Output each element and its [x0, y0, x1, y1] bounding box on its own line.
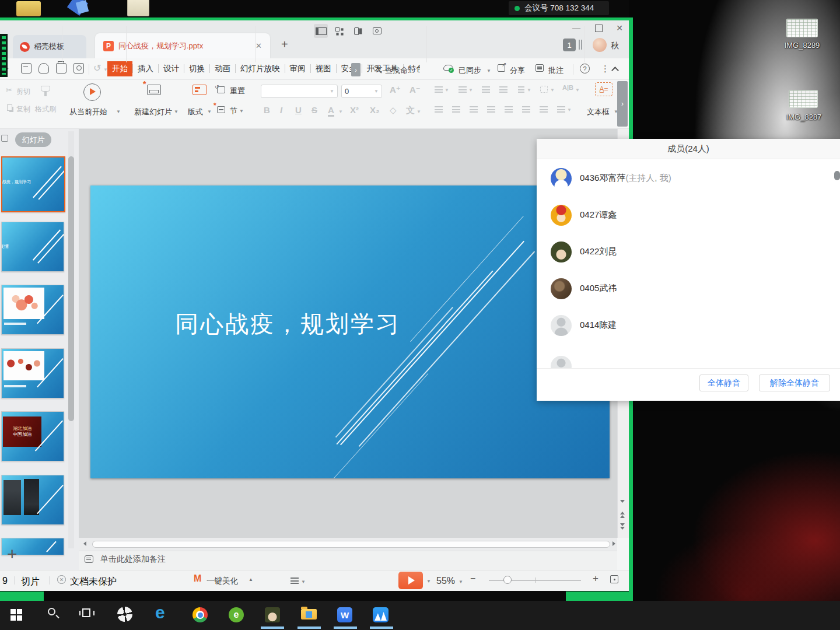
undo-icon[interactable]: ↺	[93, 62, 101, 74]
desktop-file-img8289-label[interactable]: IMG_8289	[779, 41, 825, 50]
slide-sorter-view-button[interactable]	[332, 24, 346, 38]
horizontal-scrollbar-thumb[interactable]	[92, 541, 610, 548]
mute-all-button[interactable]: 全体静音	[699, 374, 748, 391]
slide-thumbnail-4[interactable]	[1, 348, 64, 398]
document-protection-label[interactable]: 文档未保护	[70, 576, 117, 588]
subscript-icon[interactable]: X₂	[370, 105, 380, 115]
outline-view-icon[interactable]	[1, 135, 8, 142]
new-slide-dropdown-icon[interactable]: ▼	[174, 109, 178, 114]
underline-icon[interactable]: U	[295, 105, 302, 115]
section-icon[interactable]: *	[217, 106, 225, 113]
align-right-icon[interactable]	[470, 106, 478, 113]
taskbar-search-icon[interactable]	[48, 608, 55, 615]
slide-layout-icon[interactable]	[192, 85, 206, 95]
strikethrough-icon[interactable]: S	[312, 105, 317, 115]
member-row[interactable]: 0436邓富萍(主持人, 我)	[537, 160, 840, 197]
slideshow-view-button[interactable]	[370, 24, 384, 38]
section-dropdown-icon[interactable]: ▼	[239, 108, 244, 114]
play-dropdown-icon[interactable]: ▼	[116, 109, 121, 114]
status-notes-dropdown-icon[interactable]: ▼	[301, 579, 306, 584]
textbox-label[interactable]: 文本框	[587, 107, 610, 117]
decrease-indent-icon[interactable]	[482, 86, 490, 93]
find-icon[interactable]	[373, 65, 379, 71]
save-icon[interactable]	[21, 63, 32, 74]
new-slide-label[interactable]: 新建幻灯片	[134, 107, 172, 117]
zoom-in-button[interactable]: +	[593, 573, 598, 584]
play-slideshow-button[interactable]	[398, 572, 423, 589]
browser-360-icon[interactable]: e	[229, 607, 244, 622]
slides-tab-pill[interactable]: 幻灯片	[15, 132, 51, 147]
reset-slide-icon[interactable]: ↺	[217, 86, 225, 93]
member-row[interactable]: 0422刘昆	[537, 234, 840, 271]
window-maximize-button[interactable]	[589, 21, 608, 35]
bullet-list-icon[interactable]	[435, 86, 443, 93]
edge-browser-icon[interactable]: e	[155, 603, 165, 622]
print-preview-icon[interactable]	[74, 63, 84, 74]
line-spacing-icon[interactable]	[557, 106, 565, 113]
align-text-dropdown-icon[interactable]: ▼	[550, 88, 555, 93]
superscript-icon[interactable]: X²	[350, 105, 359, 115]
new-tab-button[interactable]: +	[281, 38, 288, 51]
phonetic-guide-icon[interactable]: 文	[406, 105, 415, 116]
increase-indent-icon[interactable]	[499, 86, 508, 93]
menu-tab-animation[interactable]: 动画	[210, 61, 235, 76]
help-icon[interactable]: ?	[580, 64, 590, 74]
font-size-select[interactable]: 0▼	[341, 85, 382, 98]
distribute-text-icon[interactable]	[505, 106, 513, 113]
start-button-icon[interactable]	[10, 609, 16, 614]
member-mic-icon[interactable]	[834, 171, 840, 180]
new-slide-icon[interactable]: *	[147, 85, 161, 95]
slide-thumbnail-6[interactable]	[1, 475, 64, 525]
justify-icon[interactable]	[487, 106, 495, 113]
desktop-file-img8287-icon[interactable]	[789, 90, 818, 108]
textbox-icon[interactable]: A̲=	[595, 82, 612, 96]
print-icon[interactable]	[56, 63, 66, 74]
desktop-file-img8289-icon[interactable]	[786, 19, 818, 37]
member-row[interactable]: 0405武祎	[537, 271, 840, 307]
desktop-doc-icon[interactable]	[127, 0, 149, 16]
slide-layout-label[interactable]: 版式	[188, 107, 203, 117]
numbered-dropdown-icon[interactable]: ▼	[468, 88, 473, 93]
window-minimize-button[interactable]: —	[567, 21, 586, 35]
bold-icon[interactable]: B	[264, 105, 270, 115]
font-color-icon[interactable]: A	[328, 105, 334, 117]
find-command-label[interactable]: 查找命...	[385, 65, 414, 76]
section-label[interactable]: 节	[230, 106, 237, 116]
tab-close-icon[interactable]: ✕	[256, 41, 262, 50]
play-slideshow-dropdown-icon[interactable]: ▼	[426, 579, 431, 584]
user-name[interactable]: 秋	[611, 41, 619, 51]
share-icon[interactable]: ↗	[498, 64, 505, 72]
menu-tab-slideshow[interactable]: 幻灯片放映	[236, 61, 285, 76]
tab-docer-templates[interactable]: 稻壳模板	[13, 35, 86, 58]
format-painter-icon[interactable]	[41, 86, 50, 92]
next-slide-button[interactable]	[620, 523, 625, 530]
format-painter-label[interactable]: 格式刷	[35, 104, 56, 114]
line-spacing-dropdown-icon[interactable]: ▼	[567, 107, 572, 113]
fit-to-window-button[interactable]	[610, 575, 618, 583]
menu-tab-review[interactable]: 审阅	[285, 61, 310, 76]
member-row[interactable]: 0414陈建	[537, 307, 840, 344]
copy-icon[interactable]	[7, 104, 12, 111]
font-color-dropdown-icon[interactable]: ▼	[338, 109, 343, 114]
menu-overflow-chevron[interactable]: ›	[351, 63, 360, 76]
menu-tab-home[interactable]: 开始	[107, 61, 132, 76]
copy-label[interactable]: 复制	[16, 104, 30, 114]
slide-thumbnail-1[interactable]: 同心战疫，规划学习	[1, 156, 65, 212]
align-text-icon[interactable]	[540, 86, 548, 93]
qq-app-icon[interactable]	[265, 607, 280, 622]
play-from-current-label[interactable]: 从当前开始	[69, 107, 107, 117]
zoom-out-button[interactable]: −	[470, 573, 475, 584]
share-label[interactable]: 分享	[510, 65, 525, 76]
text-direction-icon[interactable]	[518, 86, 524, 93]
export-icon[interactable]	[38, 63, 49, 74]
font-name-select[interactable]: ▼	[261, 85, 338, 98]
unmute-all-button[interactable]: 解除全体静音	[759, 374, 830, 391]
netdisk-app-icon[interactable]	[117, 607, 132, 622]
scroll-left-icon[interactable]	[83, 541, 86, 546]
ribbon-expand-button[interactable]: ›	[617, 81, 628, 127]
beautify-button[interactable]: 一键美化	[206, 576, 238, 586]
align-left-icon[interactable]	[435, 106, 443, 113]
wps-app-icon[interactable]: W	[337, 607, 352, 622]
thumbnails-scrollbar-thumb[interactable]	[68, 156, 74, 421]
desktop-file-img8287-label[interactable]: IMG_8287	[780, 113, 827, 121]
